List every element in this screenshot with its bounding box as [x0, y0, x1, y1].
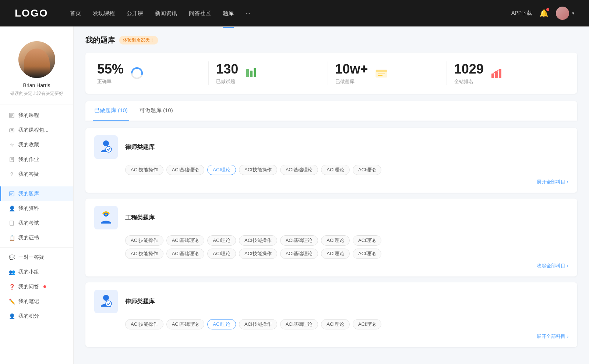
tab-done-banks[interactable]: 已做题库 (10) — [93, 101, 129, 121]
bank-tag[interactable]: ACI理论 — [321, 235, 350, 246]
bank-tag[interactable]: ACI基础理论 — [166, 319, 205, 329]
sidebar-item-my-cert[interactable]: 📋 我的证书 — [0, 231, 73, 245]
sidebar-item-my-data[interactable]: 👤 我的资料 — [0, 201, 73, 216]
sidebar-item-homework[interactable]: 我的作业 — [0, 152, 73, 167]
sidebar-item-my-qa[interactable]: ? 我的答疑 — [0, 167, 73, 182]
ranking-chart-icon — [490, 66, 504, 81]
bank-tag[interactable]: ACI基础理论 — [280, 319, 318, 329]
questions-chart-icon — [244, 66, 259, 81]
svg-rect-25 — [491, 74, 494, 78]
bank-tag[interactable]: ACI基础理论 — [280, 165, 318, 175]
bank-expand-button[interactable]: 展开全部科目 › — [94, 179, 568, 185]
stat-ranking-value-area: 1029 全站排名 — [454, 61, 484, 85]
nav-open-course[interactable]: 公开课 — [127, 8, 143, 18]
nav-menu: 首页 发现课程 公开课 新闻资讯 问答社区 题库 ··· — [70, 8, 511, 18]
homework-icon — [9, 157, 15, 163]
nav-discover[interactable]: 发现课程 — [93, 8, 115, 18]
bank-tag[interactable]: ACI理论 — [321, 165, 350, 175]
svg-rect-27 — [499, 69, 501, 78]
nav-home[interactable]: 首页 — [70, 8, 81, 18]
sidebar-item-my-course[interactable]: 我的课程 — [0, 108, 73, 123]
bank-tag[interactable]: ACI理论 — [353, 165, 381, 175]
nav-news[interactable]: 新闻资讯 — [155, 8, 177, 18]
profile-avatar — [18, 41, 55, 78]
nav-more[interactable]: ··· — [246, 8, 250, 18]
accuracy-chart-icon — [130, 66, 144, 81]
bank-tag[interactable]: ACI技能操作 — [125, 319, 163, 329]
bank-tag[interactable]: ACI基础理论 — [166, 249, 205, 259]
bank-expand-button-2[interactable]: 展开全部科目 › — [94, 333, 568, 340]
bank-tag[interactable]: ACI基础理论 — [280, 249, 318, 259]
stat-value: 55% — [97, 61, 124, 77]
sidebar-item-my-notes[interactable]: ✏️ 我的笔记 — [0, 294, 73, 309]
sidebar-menu: 我的课程 我的课程包... ☆ 我的收藏 我的作业 ? 我的答疑 — [0, 104, 73, 327]
sidebar-profile: Brian Harris 错误的决定比没有决定要好 — [0, 34, 73, 104]
bank-tag[interactable]: ACI技能操作 — [125, 235, 163, 246]
bank-tag[interactable]: ACI基础理论 — [166, 165, 205, 175]
bank-tag[interactable]: ACI技能操作 — [239, 249, 277, 259]
logo: LOGO — [15, 7, 48, 19]
bank-collapse-button[interactable]: 收起全部科目 › — [94, 263, 568, 269]
tab-available-banks[interactable]: 可做题库 (10) — [138, 101, 174, 121]
profile-avatar-image — [18, 41, 55, 78]
svg-rect-15 — [10, 221, 14, 225]
menu-divider-2 — [0, 247, 73, 248]
sidebar-label: 我的题库 — [18, 190, 39, 197]
bank-tag[interactable]: ACI技能操作 — [239, 319, 277, 329]
expand-label: 展开全部科目 › — [537, 333, 568, 340]
bank-tag[interactable]: ACI理论 — [207, 249, 236, 259]
bank-tag[interactable]: ACI基础理论 — [166, 235, 205, 246]
bank-title: 律师类题库 — [125, 143, 155, 151]
bank-tag[interactable]: ACI技能操作 — [239, 165, 277, 175]
sidebar-item-my-group[interactable]: 👥 我的小组 — [0, 265, 73, 279]
bank-tag[interactable]: ACI技能操作 — [239, 235, 277, 246]
sidebar-item-my-questions[interactable]: ❓ 我的问答 — [0, 279, 73, 294]
bank-card-engineer: 工程类题库 ACI技能操作 ACI基础理论 ACI理论 ACI技能操作 ACI基… — [85, 199, 577, 276]
sidebar-label: 我的作业 — [18, 156, 39, 163]
svg-rect-22 — [376, 70, 387, 72]
nav-question-bank[interactable]: 题库 — [223, 8, 234, 18]
bank-tag-active[interactable]: ACI理论 — [207, 319, 236, 329]
bank-title: 律师类题库 — [125, 298, 155, 306]
stat-done-banks: 10w+ 已做题库 — [328, 61, 447, 85]
bank-tag[interactable]: ACI理论 — [321, 249, 350, 259]
bank-tags-row2: ACI技能操作 ACI基础理论 ACI理论 ACI技能操作 ACI基础理论 AC… — [94, 249, 568, 259]
sidebar-item-my-exam[interactable]: 我的考试 — [0, 216, 73, 231]
nav-qa[interactable]: 问答社区 — [189, 8, 211, 18]
stat-done-questions-value-area: 130 已做试题 — [216, 61, 238, 85]
sidebar-label: 一对一答疑 — [18, 254, 44, 261]
stat-label: 正确率 — [97, 78, 124, 85]
user-avatar-area[interactable]: ▾ — [556, 7, 574, 20]
bank-card-lawyer-1: 律师类题库 ACI技能操作 ACI基础理论 ACI理论 ACI技能操作 ACI基… — [85, 128, 577, 193]
bank-tag[interactable]: ACI理论 — [353, 319, 381, 329]
avatar-face — [24, 49, 50, 78]
bank-icon-lawyer — [94, 135, 118, 159]
bank-tag[interactable]: ACI技能操作 — [125, 165, 163, 175]
svg-point-32 — [103, 295, 109, 301]
banks-chart-icon — [374, 66, 389, 81]
nav-avatar-image — [556, 7, 569, 20]
profile-name: Brian Harris — [23, 82, 50, 88]
bank-tag[interactable]: ACI理论 — [353, 235, 381, 246]
main-content: 我的题库 体验剩余23天！ 55% 正确率 130 — [74, 26, 589, 364]
sidebar-item-one-on-one[interactable]: 💬 一对一答疑 — [0, 250, 73, 265]
app-download-button[interactable]: APP下载 — [511, 10, 532, 17]
bank-tag[interactable]: ACI理论 — [353, 249, 381, 259]
points-icon: 👤 — [9, 313, 15, 319]
sidebar-item-my-question-bank[interactable]: 我的题库 — [0, 186, 73, 201]
bank-tag[interactable]: ACI基础理论 — [280, 235, 318, 246]
sidebar-item-favorites[interactable]: ☆ 我的收藏 — [0, 138, 73, 152]
bank-tag[interactable]: ACI技能操作 — [125, 249, 163, 259]
bell-icon[interactable]: 🔔 — [539, 9, 549, 18]
sidebar-item-my-points[interactable]: 👤 我的积分 — [0, 309, 73, 324]
sidebar-item-course-pack[interactable]: 我的课程包... — [0, 123, 73, 138]
sidebar-label: 我的答疑 — [18, 171, 39, 178]
bank-tag-active[interactable]: ACI理论 — [207, 165, 236, 175]
bank-tag[interactable]: ACI理论 — [321, 319, 350, 329]
stat-accuracy-value-area: 55% 正确率 — [97, 61, 124, 85]
page-title: 我的题库 — [85, 35, 115, 45]
page-wrapper: Brian Harris 错误的决定比没有决定要好 我的课程 我的课程包... … — [0, 26, 589, 364]
cert-icon: 📋 — [9, 235, 15, 241]
svg-rect-18 — [246, 69, 249, 77]
bank-tag[interactable]: ACI理论 — [207, 235, 236, 246]
